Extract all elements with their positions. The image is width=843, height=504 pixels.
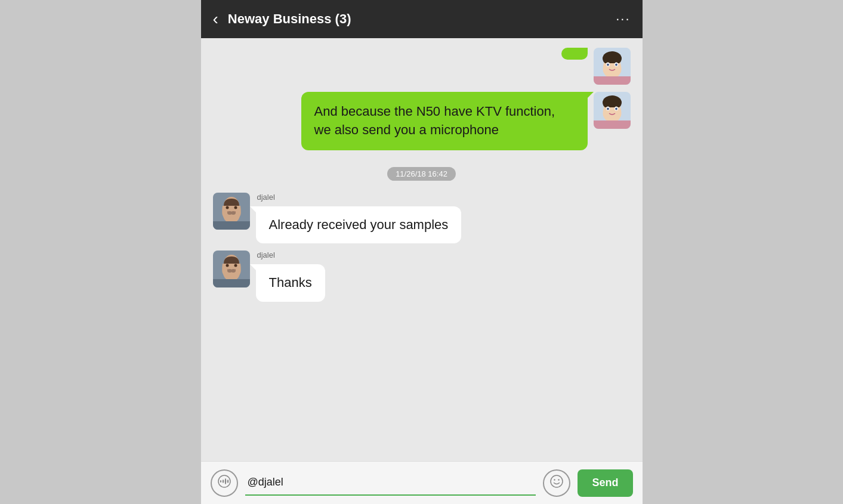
message-bubble-3: Thanks <box>256 264 325 302</box>
outgoing-message-1: And because the N50 have KTV function, w… <box>213 92 631 150</box>
chat-container: ‹ Neway Business (3) ··· <box>201 0 643 504</box>
svg-point-34 <box>220 480 221 483</box>
svg-point-26 <box>234 264 237 267</box>
voice-icon <box>218 475 231 491</box>
svg-point-13 <box>607 108 609 110</box>
message-bubble-2: Already received your samples <box>256 206 462 244</box>
svg-rect-29 <box>213 279 250 287</box>
avatar-man-2 <box>213 251 250 287</box>
message-input[interactable] <box>245 471 536 496</box>
back-button[interactable]: ‹ <box>213 11 218 27</box>
avatar-anime-top <box>594 48 631 85</box>
svg-rect-15 <box>594 120 631 129</box>
svg-point-18 <box>226 206 228 209</box>
svg-rect-7 <box>594 76 631 85</box>
msg-content-in-2: djalel Thanks <box>256 251 325 302</box>
svg-point-31 <box>222 480 223 483</box>
svg-point-28 <box>231 269 236 273</box>
timestamp-badge: 11/26/18 16:42 <box>387 167 456 181</box>
incoming-message-2: djalel Thanks <box>213 251 631 302</box>
emoji-icon <box>549 474 564 492</box>
sender-name-1: djalel <box>257 193 462 202</box>
timestamp-row: 11/26/18 16:42 <box>213 167 631 181</box>
header-title: Neway Business (3) <box>228 11 616 27</box>
svg-point-25 <box>226 264 228 267</box>
svg-point-6 <box>615 64 617 66</box>
voice-button[interactable] <box>211 469 238 497</box>
svg-rect-22 <box>213 221 250 230</box>
emoji-button[interactable] <box>543 469 570 497</box>
sender-name-2: djalel <box>257 251 325 259</box>
svg-point-33 <box>227 480 228 483</box>
svg-point-21 <box>231 211 236 215</box>
messages-area: And because the N50 have KTV function, w… <box>201 38 643 461</box>
svg-point-36 <box>554 479 555 480</box>
svg-point-5 <box>607 64 609 66</box>
send-button[interactable]: Send <box>578 469 632 497</box>
input-bar: Send <box>201 461 643 504</box>
partial-message-top <box>213 48 631 85</box>
svg-point-35 <box>551 475 563 487</box>
incoming-message-1: djalel Already received your samples <box>213 193 631 244</box>
svg-point-37 <box>558 479 560 480</box>
svg-point-32 <box>224 478 226 484</box>
svg-point-19 <box>234 206 237 209</box>
svg-point-14 <box>615 108 617 110</box>
more-button[interactable]: ··· <box>616 11 630 27</box>
message-bubble-1: And because the N50 have KTV function, w… <box>301 92 588 150</box>
partial-bubble <box>561 48 588 60</box>
chat-header: ‹ Neway Business (3) ··· <box>201 0 643 38</box>
msg-content-in-1: djalel Already received your samples <box>256 193 462 244</box>
avatar-man-1 <box>213 193 250 230</box>
avatar-anime-1 <box>594 92 631 129</box>
